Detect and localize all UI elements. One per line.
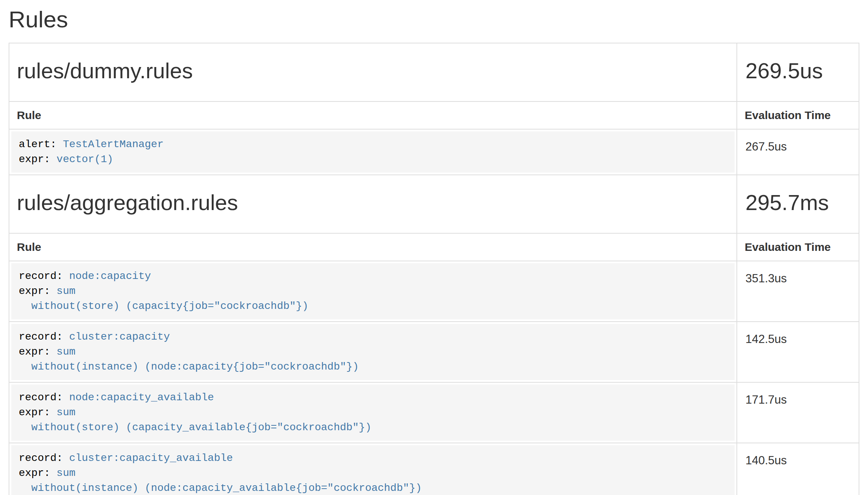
rule-definition-line: expr: sum xyxy=(19,284,727,299)
rules-table: rules/dummy.rules269.5usRuleEvaluation T… xyxy=(9,43,859,495)
rule-definition-line: record: cluster:capacity xyxy=(19,330,727,344)
rule-link[interactable]: without(store) (capacity{job="cockroachd… xyxy=(19,300,308,312)
column-header-rule: Rule xyxy=(9,233,737,261)
rule-definition-line: record: node:capacity xyxy=(19,269,727,284)
rule-group-header-row: rules/aggregation.rules295.7ms xyxy=(9,175,859,233)
rule-definition-line: alert: TestAlertManager xyxy=(19,137,727,152)
rule-cell: record: node:capacityexpr: sum without(s… xyxy=(9,261,737,322)
rule-definition: record: node:capacityexpr: sum without(s… xyxy=(11,263,735,319)
rule-row: record: cluster:capacityexpr: sum withou… xyxy=(9,322,859,382)
rule-row: record: node:capacity_availableexpr: sum… xyxy=(9,382,859,443)
column-header-rule: Rule xyxy=(9,101,737,129)
rule-keyword: expr: xyxy=(19,467,57,479)
rule-definition-line: record: node:capacity_available xyxy=(19,390,727,405)
rule-cell: record: node:capacity_availableexpr: sum… xyxy=(9,382,737,443)
rule-group-evaluation-total: 295.7ms xyxy=(737,175,859,233)
rule-definition: alert: TestAlertManagerexpr: vector(1) xyxy=(11,131,735,173)
rule-definition-line: without(instance) (node:capacity_availab… xyxy=(19,481,727,495)
rule-group-evaluation-total: 269.5us xyxy=(737,43,859,101)
rule-definition: record: cluster:capacity_availableexpr: … xyxy=(11,445,735,495)
rule-link[interactable]: sum xyxy=(57,407,75,418)
rule-group-name: rules/aggregation.rules xyxy=(17,189,729,216)
rule-link[interactable]: without(instance) (node:capacity_availab… xyxy=(19,482,422,494)
column-header-row: RuleEvaluation Time xyxy=(9,101,859,129)
rule-keyword: record: xyxy=(19,452,69,464)
rule-keyword: expr: xyxy=(19,285,57,297)
rule-keyword: expr: xyxy=(19,154,57,165)
rule-keyword: alert: xyxy=(19,139,63,150)
rule-definition: record: cluster:capacityexpr: sum withou… xyxy=(11,324,735,380)
rule-cell: record: cluster:capacityexpr: sum withou… xyxy=(9,322,737,382)
rule-link[interactable]: sum xyxy=(57,285,75,297)
rule-definition: record: node:capacity_availableexpr: sum… xyxy=(11,385,735,441)
rule-link[interactable]: without(store) (capacity_available{job="… xyxy=(19,422,371,433)
rule-group-name-cell: rules/dummy.rules xyxy=(9,43,737,101)
rule-definition-line: record: cluster:capacity_available xyxy=(19,451,727,466)
rule-definition-line: expr: vector(1) xyxy=(19,152,727,167)
rule-keyword: record: xyxy=(19,270,69,282)
rule-definition-line: expr: sum xyxy=(19,466,727,481)
rule-keyword: record: xyxy=(19,392,69,403)
rule-row: record: cluster:capacity_availableexpr: … xyxy=(9,443,859,495)
rule-keyword: expr: xyxy=(19,407,57,418)
rule-evaluation-time: 171.7us xyxy=(737,382,859,443)
rule-link[interactable]: sum xyxy=(57,346,75,358)
rule-link[interactable]: vector(1) xyxy=(57,154,113,165)
rule-definition-line: without(store) (capacity{job="cockroachd… xyxy=(19,299,727,314)
column-header-row: RuleEvaluation Time xyxy=(9,233,859,261)
rule-definition-line: without(store) (capacity_available{job="… xyxy=(19,420,727,435)
rule-link[interactable]: TestAlertManager xyxy=(63,139,164,150)
rule-evaluation-time: 267.5us xyxy=(737,129,859,175)
page-title: Rules xyxy=(9,6,859,33)
rule-row: record: node:capacityexpr: sum without(s… xyxy=(9,261,859,322)
rule-group-header-row: rules/dummy.rules269.5us xyxy=(9,43,859,101)
rule-evaluation-time: 351.3us xyxy=(737,261,859,322)
rule-definition-line: expr: sum xyxy=(19,344,727,359)
column-header-evaluation-time: Evaluation Time xyxy=(737,101,859,129)
rule-link[interactable]: cluster:capacity_available xyxy=(69,452,233,464)
rule-link[interactable]: cluster:capacity xyxy=(69,331,170,343)
rule-cell: alert: TestAlertManagerexpr: vector(1) xyxy=(9,129,737,175)
rule-row: alert: TestAlertManagerexpr: vector(1)26… xyxy=(9,129,859,175)
rule-group-name: rules/dummy.rules xyxy=(17,58,729,84)
column-header-evaluation-time: Evaluation Time xyxy=(737,233,859,261)
rules-page: Rules rules/dummy.rules269.5usRuleEvalua… xyxy=(0,6,868,495)
rule-link[interactable]: node:capacity_available xyxy=(69,392,214,403)
rule-evaluation-time: 142.5us xyxy=(737,322,859,382)
rule-cell: record: cluster:capacity_availableexpr: … xyxy=(9,443,737,495)
rule-link[interactable]: sum xyxy=(57,467,75,479)
rule-group-name-cell: rules/aggregation.rules xyxy=(9,175,737,233)
rule-evaluation-time: 140.5us xyxy=(737,443,859,495)
rule-definition-line: expr: sum xyxy=(19,405,727,420)
rule-link[interactable]: without(instance) (node:capacity{job="co… xyxy=(19,361,359,373)
rule-keyword: record: xyxy=(19,331,69,343)
rule-definition-line: without(instance) (node:capacity{job="co… xyxy=(19,359,727,374)
rule-link[interactable]: node:capacity xyxy=(69,270,151,282)
rule-keyword: expr: xyxy=(19,346,57,358)
